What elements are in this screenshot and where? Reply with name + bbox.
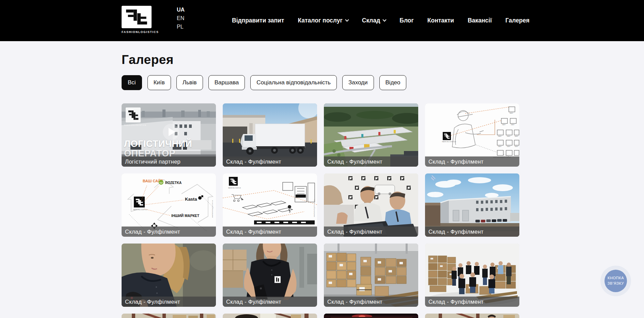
nav-send-request[interactable]: Відправити запит (232, 17, 284, 24)
gallery-tile-team[interactable]: Склад - Фулфілмент (425, 244, 519, 307)
lang-ua[interactable]: UA (177, 7, 185, 13)
gallery-tile-cropped[interactable] (324, 314, 418, 318)
svg-text:www.fashionlogistics.com.ua: www.fashionlogistics.com.ua (313, 199, 315, 217)
gallery-tile-office-meeting[interactable]: Склад - Фулфілмент (324, 173, 418, 237)
gallery-grid: FASHIONLOGISTICS ЛОГІСТИЧНИЙ ОПЕРАТОР Ло… (122, 103, 520, 318)
svg-text:ПАКЕТ: ПАКЕТ (498, 146, 502, 147)
tile-caption: Склад - Фулфілмент (324, 227, 418, 237)
contact-button[interactable]: КНОПКА ЗВ'ЯЗКУ (604, 270, 627, 292)
gallery-tile-cropped[interactable] (223, 314, 317, 318)
brand-logo[interactable]: FASHIONLOGISTICS (122, 6, 153, 34)
main-nav: Відправити запит Каталог послуг Склад Бл… (232, 0, 530, 41)
svg-text:ПАКЕТ: ПАКЕТ (507, 146, 511, 147)
svg-text:ІНШИЙ МАРКЕТ: ІНШИЙ МАРКЕТ (171, 214, 200, 218)
gallery-tile-video[interactable]: FASHIONLOGISTICS ЛОГІСТИЧНИЙ ОПЕРАТОР Ло… (122, 103, 216, 167)
tile-caption: Склад - Фулфілмент (324, 156, 418, 167)
tile-caption: Склад - Фулфілмент (223, 297, 317, 307)
rack-photo-cropped (223, 314, 317, 318)
nav-blog[interactable]: Блог (399, 17, 413, 24)
tile-caption: Логістичний партнер (122, 156, 216, 167)
lang-en[interactable]: EN (177, 15, 185, 21)
gallery-tile-cropped[interactable] (122, 314, 216, 318)
tile-caption: Склад - Фулфілмент (223, 156, 317, 167)
filter-warsaw[interactable]: Варшава (208, 75, 245, 90)
svg-text:ПАКЕТ: ПАКЕТ (507, 136, 511, 137)
gallery-tile-cropped[interactable] (425, 314, 519, 318)
svg-text:FASHIONLOGISTICS: FASHIONLOGISTICS (133, 209, 147, 211)
filter-kyiv[interactable]: Київ (147, 75, 171, 90)
gallery-tile-warehouse-schematic[interactable]: FASHIONLOGISTICS (223, 173, 317, 237)
contact-fab-halo: КНОПКА ЗВ'ЯЗКУ (600, 266, 631, 296)
rack-photo-cropped (122, 314, 216, 318)
gallery-tile-truck[interactable]: Склад - Фулфілмент (223, 103, 317, 167)
svg-text:ПАКЕТ: ПАКЕТ (509, 113, 513, 114)
svg-text:www.fashionlogistics.com.ua: www.fashionlogistics.com.ua (211, 200, 213, 218)
video-overlay-title: ЛОГІСТИЧНИЙ ОПЕРАТОР (124, 139, 192, 158)
tile-caption: Склад - Фулфілмент (223, 227, 317, 237)
rack-photo-cropped (425, 314, 519, 318)
filter-events[interactable]: Заходи (342, 75, 374, 90)
site-header: FASHIONLOGISTICS UA EN PL Відправити зап… (0, 0, 644, 41)
svg-text:ПАКЕТ: ПАКЕТ (498, 136, 502, 137)
gallery-tile-worker-closeup[interactable]: Склад - Фулфілмент (122, 244, 216, 307)
tile-caption: Склад - Фулфілмент (425, 227, 519, 237)
nav-gallery[interactable]: Галерея (505, 17, 530, 24)
svg-text:FASHIONLOGISTICS: FASHIONLOGISTICS (124, 124, 146, 126)
language-switcher: UA EN PL (177, 7, 185, 30)
gallery-tile-boxes[interactable]: Склад - Фулфілмент (324, 244, 418, 307)
gallery-filters: Всі Київ Львів Варшава Соціальна відпові… (122, 75, 644, 90)
gallery-tile-worker-polo[interactable]: Склад - Фулфілмент (223, 244, 317, 307)
svg-text:FASHIONLOGISTICS: FASHIONLOGISTICS (442, 141, 456, 143)
fl-monogram-icon (122, 6, 152, 28)
page-title: Галерея (122, 53, 644, 67)
nav-contacts[interactable]: Контакти (427, 17, 454, 24)
filter-social-responsibility[interactable]: Соціальна відповідальність (250, 75, 337, 90)
dark-warehouse-photo-cropped (324, 314, 418, 318)
filter-all[interactable]: Всі (122, 75, 142, 90)
svg-text:ROZETKA: ROZETKA (165, 181, 182, 185)
gallery-tile-marketplace-diagram[interactable]: FASHIONLOGISTICS ВАШ САЙТ ROZETKA Kasta … (122, 173, 216, 237)
svg-text:ПАКЕТ: ПАКЕТ (515, 146, 518, 147)
nav-vacancies[interactable]: Вакансії (468, 17, 492, 24)
tile-caption: Склад - Фулфілмент (425, 156, 519, 167)
filter-video[interactable]: Відео (379, 75, 407, 90)
tile-caption: Склад - Фулфілмент (122, 297, 216, 307)
tile-caption: Склад - Фулфілмент (425, 297, 519, 307)
svg-text:ПАКЕТ: ПАКЕТ (515, 136, 518, 137)
svg-text:Kasta: Kasta (185, 197, 197, 202)
tile-caption: Склад - Фулфілмент (122, 227, 216, 237)
gallery-tile-building[interactable]: Склад - Фулфілмент (425, 173, 519, 237)
chevron-down-icon (383, 18, 387, 21)
svg-text:ПАКЕТ: ПАКЕТ (511, 124, 515, 125)
nav-service-catalog[interactable]: Каталог послуг (298, 17, 348, 24)
chevron-down-icon (345, 18, 349, 21)
svg-text:FASHIONLOGISTICS: FASHIONLOGISTICS (228, 187, 241, 189)
brand-name: FASHIONLOGISTICS (122, 30, 153, 34)
tile-caption: Склад - Фулфілмент (324, 297, 418, 307)
gallery-page: Галерея Всі Київ Львів Варшава Соціальна… (0, 53, 644, 318)
nav-warehouse[interactable]: Склад (362, 17, 386, 24)
svg-text:ПАКЕТ: ПАКЕТ (502, 124, 506, 125)
gallery-tile-sketch-worker[interactable]: FASHIONLOGISTICS ПАКЕТПАКЕТПАКЕТ ПАКЕТПА… (425, 103, 519, 167)
filter-lviv[interactable]: Львів (176, 75, 203, 90)
lang-pl[interactable]: PL (177, 24, 185, 30)
gallery-tile-aerial-park[interactable]: Склад - Фулфілмент (324, 103, 418, 167)
